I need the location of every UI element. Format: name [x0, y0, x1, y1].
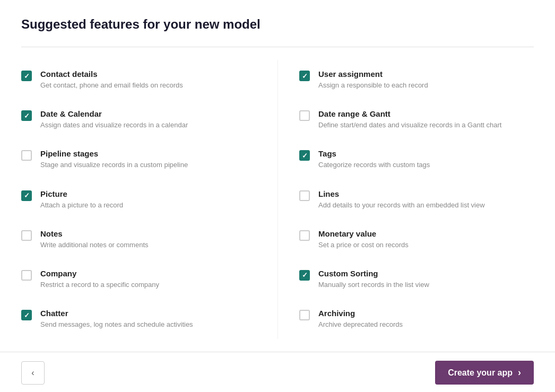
feature-item-date-calendar: Date & Calendar Assign dates and visuali…: [21, 100, 278, 140]
feature-desc-date-range-gantt: Define start/end dates and visualize rec…: [318, 120, 501, 130]
checkbox-monetary-value[interactable]: [299, 230, 310, 241]
feature-title-tags: Tags: [318, 149, 430, 158]
checkbox-notes[interactable]: [21, 230, 32, 241]
feature-item-company: Company Restrict a record to a specific …: [21, 259, 278, 299]
feature-title-lines: Lines: [318, 189, 485, 198]
feature-content-pipeline-stages: Pipeline stages Stage and visualize reco…: [40, 149, 188, 170]
feature-item-monetary-value: Monetary value Set a price or cost on re…: [278, 220, 534, 259]
feature-content-archiving: Archiving Archive deprecated records: [318, 309, 403, 329]
feature-item-lines: Lines Add details to your records with a…: [278, 180, 534, 220]
checkbox-chatter[interactable]: [21, 310, 32, 320]
feature-title-custom-sorting: Custom Sorting: [318, 269, 429, 278]
feature-item-pipeline-stages: Pipeline stages Stage and visualize reco…: [21, 140, 278, 179]
feature-desc-lines: Add details to your records with an embe…: [318, 201, 485, 210]
feature-desc-company: Restrict a record to a specific company: [40, 280, 159, 290]
feature-content-chatter: Chatter Send messages, log notes and sch…: [40, 309, 193, 329]
checkbox-picture[interactable]: [21, 190, 32, 201]
feature-desc-archiving: Archive deprecated records: [318, 320, 403, 329]
feature-desc-custom-sorting: Manually sort records in the list view: [318, 280, 429, 290]
section-divider: [21, 47, 534, 47]
feature-content-picture: Picture Attach a picture to a record: [40, 189, 123, 210]
feature-item-date-range-gantt: Date range & Gantt Define start/end date…: [278, 100, 534, 140]
feature-desc-contact-details: Get contact, phone and email fields on r…: [40, 81, 183, 90]
feature-content-notes: Notes Write additional notes or comments: [40, 229, 149, 250]
back-button[interactable]: ‹: [21, 361, 45, 385]
feature-title-date-range-gantt: Date range & Gantt: [318, 109, 501, 118]
feature-content-lines: Lines Add details to your records with a…: [318, 189, 485, 210]
checkbox-custom-sorting[interactable]: [299, 270, 310, 281]
feature-item-contact-details: Contact details Get contact, phone and e…: [21, 60, 278, 100]
feature-title-notes: Notes: [40, 229, 149, 238]
checkbox-contact-details[interactable]: [21, 71, 32, 81]
page-container: Suggested features for your new model Co…: [0, 0, 555, 352]
back-icon: ‹: [31, 368, 34, 378]
feature-title-archiving: Archiving: [318, 309, 403, 318]
feature-item-custom-sorting: Custom Sorting Manually sort records in …: [278, 259, 534, 299]
feature-desc-pipeline-stages: Stage and visualize records in a custom …: [40, 160, 188, 170]
checkbox-date-range-gantt[interactable]: [299, 110, 310, 121]
feature-item-user-assignment: User assignment Assign a responsible to …: [278, 60, 534, 100]
feature-item-picture: Picture Attach a picture to a record: [21, 180, 278, 220]
feature-desc-date-calendar: Assign dates and visualize records in a …: [40, 120, 188, 130]
footer: ‹ Create your app ›: [0, 352, 555, 392]
feature-content-company: Company Restrict a record to a specific …: [40, 269, 159, 290]
features-grid: Contact details Get contact, phone and e…: [21, 60, 534, 339]
checkbox-date-calendar[interactable]: [21, 110, 32, 121]
feature-title-monetary-value: Monetary value: [318, 229, 409, 238]
create-app-button[interactable]: Create your app ›: [435, 361, 534, 385]
feature-title-chatter: Chatter: [40, 309, 193, 318]
checkbox-company[interactable]: [21, 270, 32, 281]
feature-desc-notes: Write additional notes or comments: [40, 240, 149, 250]
feature-desc-tags: Categorize records with custom tags: [318, 160, 430, 170]
checkbox-user-assignment[interactable]: [299, 71, 310, 81]
checkbox-lines[interactable]: [299, 190, 310, 201]
feature-item-notes: Notes Write additional notes or comments: [21, 220, 278, 259]
page-title: Suggested features for your new model: [21, 17, 534, 32]
feature-content-date-range-gantt: Date range & Gantt Define start/end date…: [318, 109, 501, 130]
create-app-label: Create your app: [448, 368, 513, 378]
checkbox-tags[interactable]: [299, 150, 310, 161]
feature-title-contact-details: Contact details: [40, 69, 183, 79]
feature-title-pipeline-stages: Pipeline stages: [40, 149, 188, 158]
feature-desc-chatter: Send messages, log notes and schedule ac…: [40, 320, 193, 329]
create-arrow-icon: ›: [518, 367, 521, 378]
feature-content-user-assignment: User assignment Assign a responsible to …: [318, 69, 428, 90]
feature-desc-picture: Attach a picture to a record: [40, 201, 123, 210]
feature-title-picture: Picture: [40, 189, 123, 198]
feature-content-custom-sorting: Custom Sorting Manually sort records in …: [318, 269, 429, 290]
checkbox-pipeline-stages[interactable]: [21, 150, 32, 161]
feature-desc-user-assignment: Assign a responsible to each record: [318, 81, 428, 90]
feature-content-tags: Tags Categorize records with custom tags: [318, 149, 430, 170]
feature-content-contact-details: Contact details Get contact, phone and e…: [40, 69, 183, 90]
feature-item-chatter: Chatter Send messages, log notes and sch…: [21, 299, 278, 339]
feature-desc-monetary-value: Set a price or cost on records: [318, 240, 409, 250]
feature-title-company: Company: [40, 269, 159, 278]
feature-content-date-calendar: Date & Calendar Assign dates and visuali…: [40, 109, 188, 130]
feature-item-tags: Tags Categorize records with custom tags: [278, 140, 534, 179]
feature-title-user-assignment: User assignment: [318, 69, 428, 79]
checkbox-archiving[interactable]: [299, 310, 310, 320]
feature-item-archiving: Archiving Archive deprecated records: [278, 299, 534, 339]
feature-content-monetary-value: Monetary value Set a price or cost on re…: [318, 229, 409, 250]
feature-title-date-calendar: Date & Calendar: [40, 109, 188, 118]
